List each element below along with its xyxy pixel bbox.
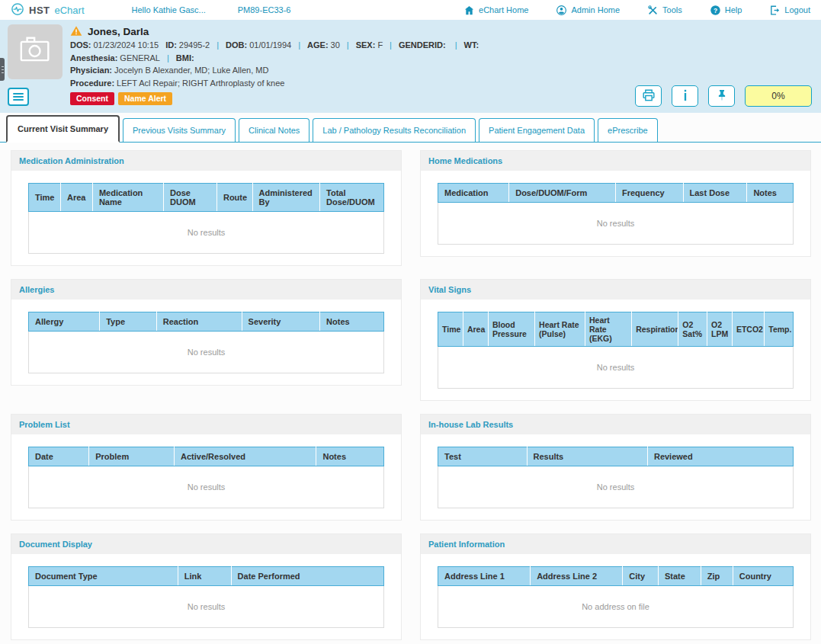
physician-value: Jocelyn B Alexander, MD; Luke Allen, MD bbox=[114, 66, 268, 75]
column-header-city: City bbox=[623, 567, 659, 586]
column-header-reaction: Reaction bbox=[156, 312, 242, 332]
top-navigation: eChart Home Admin Home To bbox=[463, 5, 810, 16]
empty-message: No results bbox=[29, 332, 384, 373]
user-greeting-link[interactable]: Hello Kathie Gasc... bbox=[132, 5, 206, 14]
nav-logout[interactable]: Logout bbox=[769, 5, 810, 16]
table-header-row: TestResultsReviewed bbox=[438, 447, 794, 466]
field-anesthesia: Anesthesia:GENERAL bbox=[70, 53, 160, 62]
empty-message: No results bbox=[438, 347, 794, 389]
main-content: Current Visit SummaryPrevious Visits Sum… bbox=[0, 113, 821, 644]
panel-body-in-house-lab-results: TestResultsReviewedNo results bbox=[421, 434, 810, 520]
column-header-document-type: Document Type bbox=[29, 567, 178, 586]
procedure-label: Procedure: bbox=[70, 78, 114, 88]
nav-admin-home[interactable]: Admin Home bbox=[556, 5, 620, 16]
empty-row: No results bbox=[29, 466, 384, 508]
column-header-o2-sat: O2 Sat% bbox=[678, 312, 707, 347]
table-header-row: Document TypeLinkDate Performed bbox=[29, 567, 384, 586]
print-button[interactable] bbox=[635, 85, 662, 107]
field-label: ID: bbox=[165, 40, 177, 50]
panel-medication-administration: Medication AdministrationTimeAreaMedicat… bbox=[11, 150, 402, 266]
tab-lab-pathology-results-reconciliation[interactable]: Lab / Pathology Results Reconciliation bbox=[313, 118, 476, 142]
column-header-route: Route bbox=[216, 184, 252, 212]
field-label: AGE: bbox=[307, 40, 329, 50]
pushpin-icon bbox=[715, 88, 729, 104]
physician-label: Physician: bbox=[70, 66, 112, 75]
field-label: BMI: bbox=[176, 53, 194, 62]
column-header-heart-rate-pulse: Heart Rate (Pulse) bbox=[535, 312, 585, 347]
empty-message: No address on file bbox=[438, 586, 794, 628]
field-id: ID:29495-2 bbox=[165, 40, 210, 50]
tab-patient-engagement-data[interactable]: Patient Engagement Data bbox=[479, 118, 595, 142]
patient-name: Jones, Darla bbox=[88, 26, 149, 37]
table-header-row: Address Line 1Address Line 2CityStateZip… bbox=[438, 567, 794, 586]
column-header-type: Type bbox=[100, 312, 157, 332]
chart-progress-badge[interactable]: 0% bbox=[745, 85, 812, 107]
empty-message: No results bbox=[29, 466, 384, 508]
panel-body-home-medications: MedicationDose/DUOM/FormFrequencyLast Do… bbox=[421, 171, 810, 256]
panel-home-medications: Home MedicationsMedicationDose/DUOM/Form… bbox=[420, 150, 811, 257]
column-header-date: Date bbox=[29, 447, 89, 466]
app-logo: HST eChart bbox=[11, 2, 85, 18]
panel-document-display: Document DisplayDocument TypeLinkDate Pe… bbox=[11, 533, 402, 640]
column-header-area: Area bbox=[463, 312, 488, 347]
field-bmi: BMI: bbox=[176, 53, 197, 62]
column-header-blood-pressure: Blood Pressure bbox=[488, 312, 534, 347]
panel-patient-information: Patient InformationAddress Line 1Address… bbox=[420, 533, 811, 640]
field-sex: SEX:F bbox=[356, 40, 383, 50]
table-document-display: Document TypeLinkDate PerformedNo result… bbox=[28, 566, 384, 628]
panel-body-allergies: AllergyTypeReactionSeverityNotesNo resul… bbox=[11, 300, 401, 385]
field-value: F bbox=[377, 40, 383, 50]
column-header-etco2: ETCO2 bbox=[732, 312, 764, 347]
info-button[interactable] bbox=[672, 85, 698, 107]
tab-eprescribe[interactable]: ePrescribe bbox=[598, 118, 658, 142]
left-drawer-grip[interactable] bbox=[0, 58, 5, 81]
nav-help[interactable]: ? Help bbox=[710, 5, 742, 16]
panel-title-document-display: Document Display bbox=[11, 534, 401, 554]
panel-title-in-house-lab-results: In-house Lab Results bbox=[421, 415, 810, 434]
field-genderid: GENDERID: bbox=[399, 40, 448, 50]
field-separator: | bbox=[167, 53, 169, 62]
panel-body-medication-administration: TimeAreaMedication NameDose DUOMRouteAdm… bbox=[11, 171, 401, 265]
logout-icon bbox=[769, 5, 781, 16]
warning-triangle-icon[interactable] bbox=[70, 25, 82, 38]
patient-photo-placeholder[interactable] bbox=[8, 24, 63, 79]
patient-anesthesia-line: Anesthesia:GENERAL|BMI: bbox=[70, 53, 812, 64]
tab-clinical-notes[interactable]: Clinical Notes bbox=[239, 118, 309, 142]
panel-allergies: AllergiesAllergyTypeReactionSeverityNote… bbox=[11, 279, 402, 386]
empty-row: No results bbox=[438, 347, 794, 389]
nav-tools[interactable]: Tools bbox=[647, 5, 682, 16]
field-label: DOS: bbox=[70, 40, 91, 50]
field-separator: | bbox=[298, 40, 300, 50]
table-home-medications: MedicationDose/DUOM/FormFrequencyLast Do… bbox=[438, 183, 794, 245]
column-header-area: Area bbox=[60, 184, 92, 212]
column-header-address-line-1: Address Line 1 bbox=[438, 567, 531, 586]
menu-hamburger-button[interactable] bbox=[8, 88, 29, 106]
patient-physician-line: Physician:Jocelyn B Alexander, MD; Luke … bbox=[70, 65, 812, 76]
column-header-heart-rate-ekg: Heart Rate (EKG) bbox=[585, 312, 631, 347]
table-header-row: AllergyTypeReactionSeverityNotes bbox=[29, 312, 384, 332]
field-value: 01/01/1994 bbox=[249, 40, 291, 50]
column-header-dose-duom: Dose DUOM bbox=[164, 184, 217, 212]
empty-row: No results bbox=[29, 586, 384, 628]
home-icon bbox=[463, 5, 475, 16]
nav-tools-label: Tools bbox=[662, 5, 682, 14]
name-alert-badge[interactable]: Name Alert bbox=[118, 92, 172, 105]
field-value: GENERAL bbox=[120, 53, 160, 62]
panel-title-home-medications: Home Medications bbox=[421, 151, 810, 171]
field-value: 30 bbox=[331, 40, 340, 50]
camera-icon bbox=[14, 31, 56, 72]
nav-echart-home[interactable]: eChart Home bbox=[463, 5, 528, 16]
pin-button[interactable] bbox=[708, 85, 735, 107]
column-header-state: State bbox=[658, 567, 701, 586]
column-header-zip: Zip bbox=[701, 567, 733, 586]
consent-badge[interactable]: Consent bbox=[70, 92, 114, 105]
column-header-notes: Notes bbox=[320, 312, 384, 332]
station-id-link[interactable]: PM89-EC33-6 bbox=[238, 5, 291, 14]
info-icon bbox=[678, 88, 693, 105]
summary-panels-grid: Medication AdministrationTimeAreaMedicat… bbox=[11, 150, 811, 640]
column-header-severity: Severity bbox=[242, 312, 320, 332]
column-header-country: Country bbox=[733, 567, 793, 586]
tab-previous-visits-summary[interactable]: Previous Visits Summary bbox=[123, 118, 236, 142]
tab-current-visit-summary[interactable]: Current Visit Summary bbox=[6, 115, 120, 143]
help-icon: ? bbox=[710, 5, 721, 16]
